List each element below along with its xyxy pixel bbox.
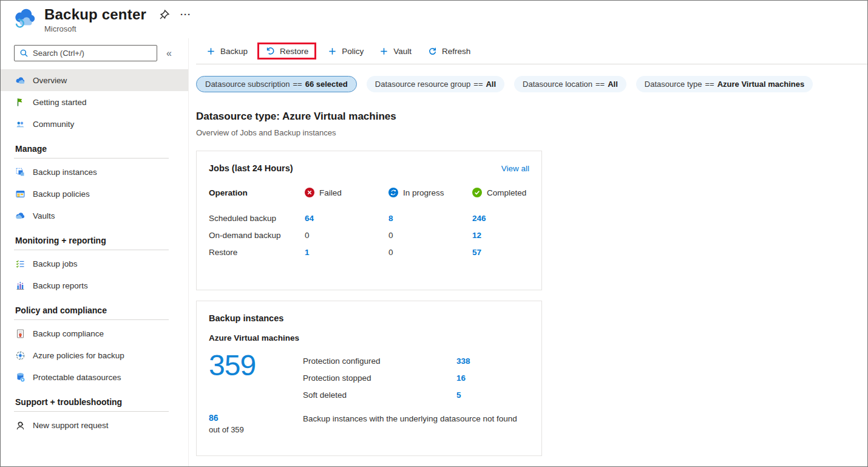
backup-instances-card-subtitle: Azure Virtual machines [209,333,529,343]
filter-datasource-location[interactable]: Datasource location == All [514,76,626,92]
collapse-sidebar-icon[interactable]: « [166,48,172,59]
view-all-link[interactable]: View all [501,164,529,173]
column-failed: Failed [305,188,388,197]
backup-instances-card-title: Backup instances [209,313,529,323]
list-item: Protection stopped 16 [303,369,529,386]
sidebar-section-policy-compliance: Policy and compliance [1,301,188,319]
restore-failed-count[interactable]: 1 [305,248,388,257]
search-input[interactable] [14,45,157,61]
datasource-not-found-label: Backup instances with the underlying dat… [303,413,529,434]
restore-completed-count[interactable]: 57 [472,248,529,257]
total-instances-count[interactable]: 359 [209,351,303,403]
sidebar-item-backup-policies[interactable]: Backup policies [1,183,188,205]
datasource-not-found-count[interactable]: 86 [209,413,303,423]
instances-stats: Protection configured 338 Protection sto… [303,351,529,403]
sidebar-item-label: Getting started [33,98,87,107]
sidebar-section-monitoring-reporting: Monitoring + reporting [1,231,188,250]
sidebar-item-backup-instances[interactable]: Backup instances [1,161,188,183]
datasource-type-heading: Datasource type: Azure Virtual machines [196,111,867,123]
sidebar-item-azure-policies-for-backup[interactable]: Azure policies for backup [1,344,188,366]
protection-configured-count[interactable]: 338 [456,356,470,366]
column-completed: Completed [472,188,529,197]
backup-instances-card: Backup instances Azure Virtual machines … [196,301,542,456]
sidebar-item-backup-jobs[interactable]: Backup jobs [1,253,188,274]
divider [14,158,169,159]
refresh-button[interactable]: Refresh [421,43,476,60]
sidebar-item-getting-started[interactable]: Getting started [1,91,188,113]
filter-datasource-resource-group[interactable]: Datasource resource group == All [367,76,504,92]
restore-icon [265,46,275,56]
divider [14,319,169,320]
scheduled-backup-failed-count[interactable]: 64 [305,214,388,223]
policy-button[interactable]: Policy [322,43,370,60]
column-operation: Operation [209,188,305,197]
sidebar-item-label: Protectable datasources [33,373,121,382]
sidebar-item-label: Vaults [33,211,55,220]
more-options-icon[interactable]: ··· [180,12,191,18]
plus-icon [206,47,215,56]
app-header: Backup center ··· Microsoft [1,1,867,38]
backup-compliance-icon [15,329,25,339]
jobs-table: Operation Failed [209,184,529,261]
sidebar-section-support-troubleshooting: Support + troubleshooting [1,393,188,411]
scheduled-backup-in-progress-count[interactable]: 8 [388,214,472,223]
azure-policies-icon [15,350,25,361]
restore-button[interactable]: Restore [257,43,316,60]
vault-button[interactable]: Vault [373,43,418,60]
sidebar-item-label: Overview [33,76,67,85]
publisher-label: Microsoft [44,24,191,33]
backup-center-window: Backup center ··· Microsoft [0,0,868,467]
sidebar-item-label: Backup reports [33,281,88,290]
completed-icon [472,188,482,197]
search-icon [19,49,29,58]
backup-button[interactable]: Backup [200,43,254,60]
backup-jobs-checklist-icon [15,259,25,269]
column-in-progress: In progress [388,188,472,197]
protectable-datasources-icon [15,372,25,383]
sidebar-item-overview[interactable]: Overview [1,69,188,91]
filter-bar: Datasource subscription == 66 selected D… [196,76,867,92]
sidebar-nav: Overview Getting started Communit [1,69,188,436]
sidebar-item-protectable-datasources[interactable]: Protectable datasources [1,366,188,388]
community-icon [15,119,25,129]
soft-deleted-count[interactable]: 5 [456,390,461,400]
divider [14,250,169,250]
refresh-icon [427,46,437,56]
table-row-restore: Restore 1 0 57 [209,244,529,261]
sidebar-item-label: Backup jobs [33,259,78,268]
protection-stopped-count[interactable]: 16 [456,373,466,383]
list-item: Soft deleted 5 [303,386,529,403]
datasource-not-found-denominator: out of 359 [209,425,303,434]
support-headset-icon [15,420,25,431]
sidebar-item-vaults[interactable]: Vaults [1,205,188,227]
pin-icon[interactable] [158,9,171,21]
sidebar-item-backup-reports[interactable]: Backup reports [1,274,188,296]
sidebar-item-label: Azure policies for backup [33,351,124,360]
backup-center-logo-icon [13,7,38,32]
sidebar-item-label: Backup instances [33,168,97,177]
sidebar-item-label: New support request [33,421,109,430]
sidebar-item-label: Backup policies [33,189,90,199]
scheduled-backup-completed-count[interactable]: 246 [472,214,529,223]
failed-icon [305,188,314,197]
sidebar-item-backup-compliance[interactable]: Backup compliance [1,322,188,344]
filter-datasource-type[interactable]: Datasource type == Azure Virtual machine… [636,76,813,92]
backup-policies-icon [15,189,25,199]
plus-icon [379,47,388,56]
plus-icon [328,47,337,56]
on-demand-backup-completed-count[interactable]: 12 [472,231,529,240]
backup-instances-icon [15,167,25,177]
vaults-cloud-icon [15,211,25,221]
filter-datasource-subscription[interactable]: Datasource subscription == 66 selected [196,76,357,92]
divider [14,411,169,412]
page-title: Backup center [44,6,146,23]
overview-subheading: Overview of Jobs and Backup instances [196,128,867,137]
table-row-on-demand-backup: On-demand backup 0 0 12 [209,227,529,244]
jobs-table-header: Operation Failed [209,184,529,201]
sidebar-item-new-support-request[interactable]: New support request [1,414,188,436]
on-demand-backup-in-progress-count: 0 [388,231,472,240]
table-row-scheduled-backup: Scheduled backup 64 8 246 [209,210,529,227]
on-demand-backup-failed-count: 0 [305,231,388,240]
search-field[interactable] [33,49,152,58]
sidebar-item-community[interactable]: Community [1,113,188,135]
